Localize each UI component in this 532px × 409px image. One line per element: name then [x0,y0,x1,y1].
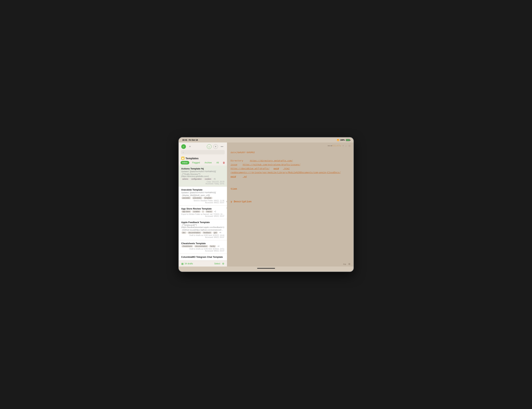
tag: configuration [190,178,203,180]
content-line-uuid-md: uuid .md [231,175,348,179]
heading-tion: tion [231,188,237,191]
search-input[interactable] [185,151,223,154]
add-draft-button[interactable]: + [188,144,192,149]
layout-button[interactable]: ⊞ [348,144,351,147]
content-body[interactable]: date|%m%d%Y-%H%M%S Directory https://dir… [227,149,353,262]
content-line-blank2 [231,179,348,183]
expand-panel-button[interactable]: › [226,207,227,209]
uuid-dropdown-button[interactable]: ▾ [342,144,344,147]
tag: gist [213,231,218,234]
sidebar-footer: ▦ 34 drafts Select ⚙ [179,261,227,266]
content-line-redd: reddocuments:///private/var/mobile/Libra… [231,171,348,175]
draft-title: Anecdote Template [181,188,224,191]
footer-left: ▦ 34 drafts [181,262,193,265]
draft-title: Cheatsheets Template [181,242,224,245]
tag: cheatsheets [181,245,193,247]
draft-subtitle: Updated `[[date|%m%d%Y-%H%M%S]]` [181,170,224,173]
tag: family [209,245,216,247]
dot1 [328,145,329,146]
tag: macos [205,210,213,213]
tab-flagged[interactable]: Flagged [190,161,202,164]
time: 10:41 [182,139,187,141]
uuid-inline2: uuid [231,175,236,178]
grid-icon: ▦ [181,262,184,265]
collapse-sidebar-button[interactable]: ‹ [226,200,227,203]
status-bar: 10:41 Fri Oct 14 📶 100% [179,137,353,143]
tag: app-store [181,210,191,213]
check-button[interactable]: ✓ [181,144,186,149]
footer-right: Select ⚙ [214,262,224,265]
tag-row: dev documentation feedback gist +4 [181,231,224,234]
wifi-icon: 📶 [337,139,339,141]
draft-meta: Copy: 10/11/22, 20:29Accessed: Today, 10… [181,181,224,185]
draft-list[interactable]: Actions Template %| Updated `[[date|%m%d… [179,165,227,261]
date: Fri Oct 14 [189,139,198,141]
draft-title: App Store Review Template [181,207,224,210]
search-content-button[interactable]: ⌕ [345,144,347,147]
content-footer-right: Aa ⚙ [343,263,351,265]
dot2 [329,145,330,146]
draft-count: 34 drafts [185,263,193,265]
folder-icon: ▦ [182,157,184,159]
md-link: .md [243,175,247,178]
tag: anecdote [181,197,191,199]
tag: anecdotes [192,197,203,199]
tag-row: cheatsheets documentation family +4 [181,245,224,247]
tag-row: actions configuration curation +5 [181,178,224,180]
tag: documentation [187,231,202,234]
tag: feedback [202,231,212,234]
draft-title: Apple Feedback Template [181,221,224,224]
ipad-frame: 10:41 Fri Oct 14 📶 100% ✓ + ⌕ ✕ [178,137,354,272]
tab-all[interactable]: All [215,161,220,164]
tag: curation [192,210,201,213]
aa-button[interactable]: Aa [343,263,346,265]
battery-percent: 100% [340,139,345,141]
more-button[interactable]: ••• [220,144,224,149]
gear-settings-button[interactable]: ⚙ [348,263,351,265]
draft-preview: - [**Drafts Directory**](https://directo… [181,173,224,177]
draft-subtitle: Updated `[[date|%m%d%Y-%H%M%S]]` [181,191,224,194]
redd-link: reddocuments:///private/var/mobile/Libra… [231,172,341,174]
content-footer: Aa ⚙ [227,262,353,266]
content-line-issue: issue https://github.com/extratone/draft… [231,163,348,167]
uuid-text: 431c47w [332,145,341,147]
draft-item-columbiamo-template[interactable]: ColumbiaMO Telegram Chat Template [179,254,227,261]
search-button[interactable]: ⌕ [207,144,211,149]
tag-more: +4 [217,245,219,247]
draft-item-anecdote-template[interactable]: Anecdote Template Updated `[[date|%m%d%Y… [179,187,227,206]
toolbar-center [328,145,332,146]
tag-row: app-store curation i macos +2 [181,210,224,213]
close-button[interactable]: ✕ [213,144,218,149]
main-layout: ✓ + ⌕ ✕ ••• ⌕ ▦ Templates [179,143,353,266]
section-title: ▦ Templates [179,156,227,161]
tag-row: anecdote anecdotes template [181,197,224,199]
toolbar-right: 431c47w ▾ ⌕ ⊞ [332,144,351,147]
tab-inbox[interactable]: Inbox [180,161,189,164]
side-arrows: ‹ › [226,200,227,209]
draft-preview: - [GitHub Issue](https://github.com/extr… [181,229,224,231]
tag: actions [181,178,190,180]
battery-fill [346,139,350,141]
draft-title: ColumbiaMO Telegram Chat Template [181,256,224,258]
draft-item-feedback-template[interactable]: Apple Feedback Template - [**[[clipboard… [179,219,227,240]
section-title-text: Templates [186,157,199,160]
tab-archive[interactable]: Archive [203,161,213,164]
trash-button[interactable]: 🗑 [223,161,225,164]
settings-icon[interactable]: ⚙ [222,262,224,265]
code-link-date: date|%m%d%Y-%H%M%S [231,151,255,154]
battery-icon [346,139,350,141]
search-bar[interactable]: ⌕ [181,150,225,155]
status-right: 📶 100% [337,139,350,141]
tag: documentation [194,245,208,247]
tag: curation [203,178,212,180]
draft-meta: Draft to /drafts as UUID.html: 9/20/22, … [181,234,224,238]
uuid-inline: uuid [274,167,279,170]
content-line-1: date|%m%d%Y-%H%M%S [231,151,348,155]
draft-item-cheatsheets-template[interactable]: Cheatsheets Template cheatsheets documen… [179,240,227,254]
draft-item-actions-template[interactable]: Actions Template %| Updated `[[date|%m%d… [179,165,227,187]
select-button[interactable]: Select [214,263,220,265]
draft-subtitle: - [**[[clipboard]]**](https://feedbackas… [181,224,224,228]
draft-item-appstore-template[interactable]: App Store Review Template app-store cura… [179,206,227,219]
sidebar-header-left: ✓ + [181,144,192,149]
directory-label: Directory [231,159,243,162]
